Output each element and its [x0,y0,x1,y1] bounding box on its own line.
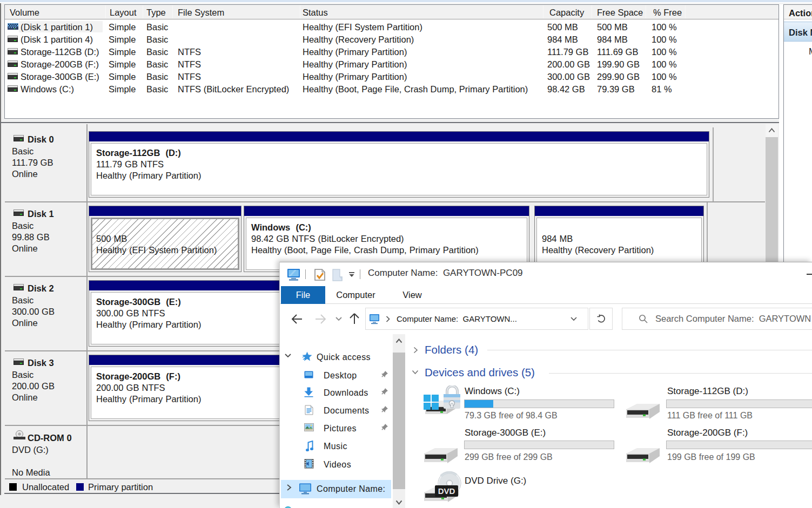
svg-text:DVD: DVD [438,486,455,496]
